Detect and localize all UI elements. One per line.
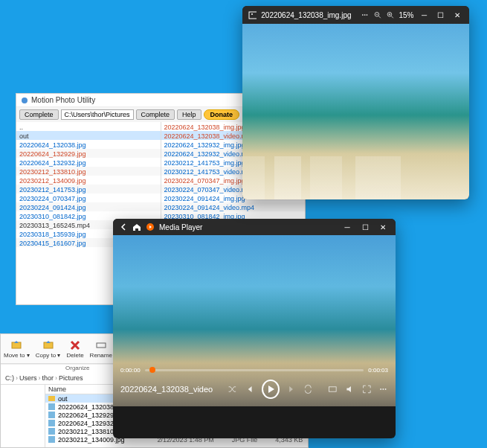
svg-rect-2 xyxy=(44,342,53,348)
minimize-button[interactable]: ─ xyxy=(341,223,354,231)
svg-point-19 xyxy=(362,14,364,16)
media-player-icon xyxy=(146,223,155,231)
list-item[interactable]: out xyxy=(16,131,161,140)
svg-rect-8 xyxy=(48,412,55,418)
svg-rect-11 xyxy=(48,436,55,443)
seek-bar[interactable] xyxy=(145,369,364,371)
close-button[interactable]: ✕ xyxy=(376,223,390,231)
maximize-button[interactable]: ☐ xyxy=(435,11,447,19)
list-item[interactable]: 20230224_091424_video.mp4 xyxy=(161,202,306,211)
rename-button[interactable]: Rename xyxy=(90,339,112,359)
minimize-button[interactable]: ─ xyxy=(419,11,430,19)
svg-rect-6 xyxy=(48,396,55,401)
zoom-level: 15% xyxy=(399,11,413,19)
svg-point-14 xyxy=(381,388,382,390)
shuffle-icon[interactable] xyxy=(228,384,237,394)
svg-point-20 xyxy=(364,14,365,16)
photos-titlebar[interactable]: 20220624_132038_img.jpg 15% ─ ☐ ✕ xyxy=(242,6,469,24)
zoom-out-icon[interactable] xyxy=(373,10,381,20)
svg-rect-7 xyxy=(48,403,55,410)
list-item[interactable]: 20220624_132038.jpg xyxy=(16,140,161,149)
maximize-button[interactable]: ☐ xyxy=(358,223,372,231)
video-title: 20220624_132038_video xyxy=(120,385,213,394)
svg-point-21 xyxy=(366,14,367,16)
list-item[interactable]: .. xyxy=(16,122,161,131)
app-title: Media Player xyxy=(159,223,202,231)
help-button[interactable]: Help xyxy=(177,109,201,120)
list-item[interactable]: 20230212_141753.jpg xyxy=(16,185,161,193)
column-name[interactable]: Name xyxy=(48,385,66,393)
svg-point-16 xyxy=(385,388,387,390)
copy-to-button[interactable]: Copy to ▾ xyxy=(36,339,61,359)
video-area[interactable]: 0:00:00 0:00:03 20220624_132038_video xyxy=(113,235,396,406)
fullscreen-icon[interactable] xyxy=(362,384,372,394)
next-icon[interactable] xyxy=(287,384,297,394)
more-icon[interactable] xyxy=(378,384,388,394)
time-current: 0:00:00 xyxy=(120,367,141,374)
svg-point-0 xyxy=(22,97,28,103)
list-item[interactable]: 20230224_070347.jpg xyxy=(16,193,161,202)
complete-button-left[interactable]: Complete xyxy=(19,109,59,120)
previous-icon[interactable] xyxy=(245,384,254,394)
play-button[interactable] xyxy=(262,380,280,399)
zoom-in-icon[interactable] xyxy=(386,10,394,20)
list-item[interactable]: 20220624_132932.jpg xyxy=(16,158,161,167)
path-field[interactable]: C:\Users\thor\Pictures xyxy=(61,109,134,120)
svg-rect-17 xyxy=(249,12,257,19)
mpu-title: Motion Photo Utility xyxy=(31,96,95,104)
donate-button[interactable]: Donate xyxy=(204,109,240,120)
repeat-icon[interactable] xyxy=(303,384,313,394)
more-icon[interactable] xyxy=(361,10,369,20)
volume-icon[interactable] xyxy=(345,384,355,394)
photos-viewer-window: 20220624_132038_img.jpg 15% ─ ☐ ✕ xyxy=(242,6,469,199)
delete-button[interactable]: Delete xyxy=(66,339,83,359)
list-item[interactable]: 20230224_091424.jpg xyxy=(16,202,161,211)
svg-rect-10 xyxy=(48,428,55,435)
subtitle-icon[interactable] xyxy=(328,384,338,394)
list-item[interactable]: 20220624_132929.jpg xyxy=(16,149,161,158)
media-player-window: Media Player ─ ☐ ✕ 0:00:00 0:00:03 20220… xyxy=(113,219,396,438)
svg-point-18 xyxy=(251,13,253,15)
explorer-tree[interactable] xyxy=(1,385,45,447)
list-item[interactable]: 20230212_133810.jpg xyxy=(16,167,161,176)
svg-rect-9 xyxy=(48,420,55,426)
photos-app-icon xyxy=(248,10,257,20)
move-to-button[interactable]: Move to ▾ xyxy=(4,339,30,359)
complete-button-right[interactable]: Complete xyxy=(136,109,175,120)
home-icon[interactable] xyxy=(132,223,141,231)
svg-rect-3 xyxy=(97,343,106,348)
svg-rect-13 xyxy=(329,387,337,391)
photos-filename: 20220624_132038_img.jpg xyxy=(261,11,351,19)
time-duration: 0:00:03 xyxy=(368,367,388,374)
app-icon xyxy=(21,97,28,104)
list-item[interactable]: 20230212_134009.jpg xyxy=(16,176,161,185)
close-button[interactable]: ✕ xyxy=(451,11,463,19)
back-icon[interactable] xyxy=(119,223,128,231)
svg-rect-1 xyxy=(12,342,21,348)
photo-canvas[interactable] xyxy=(242,24,469,199)
media-player-titlebar[interactable]: Media Player ─ ☐ ✕ xyxy=(113,219,396,235)
svg-point-15 xyxy=(383,388,384,390)
